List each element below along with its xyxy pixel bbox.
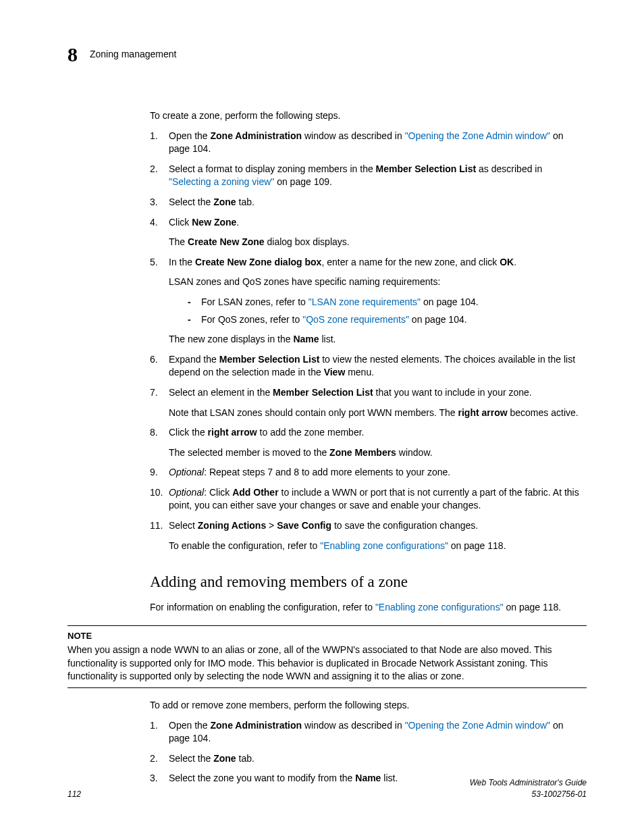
step-9: Optional: Repeat steps 7 and 8 to add mo… <box>150 466 587 479</box>
section-heading-adding-removing: Adding and removing members of a zone <box>150 571 587 593</box>
section2-intro: For information on enabling the configur… <box>150 601 587 615</box>
step-5: In the Create New Zone dialog box, enter… <box>150 256 587 346</box>
link-selecting-zoning-view[interactable]: "Selecting a zoning view" <box>169 176 274 187</box>
link-opening-zone-admin[interactable]: "Opening the Zone Admin window" <box>405 130 550 141</box>
step-5-sub1: LSAN zones and QoS zones have specific n… <box>169 276 587 289</box>
step-11: Select Zoning Actions > Save Config to s… <box>150 519 587 552</box>
step-8: Click the right arrow to add the zone me… <box>150 426 587 459</box>
step-11-sub: To enable the configuration, refer to "E… <box>169 540 587 553</box>
link-qos-requirements[interactable]: "QoS zone requirements" <box>302 314 409 325</box>
note-label: NOTE <box>68 630 587 642</box>
link-opening-zone-admin-2[interactable]: "Opening the Zone Admin window" <box>405 720 550 731</box>
section2-intro2: To add or remove zone members, perform t… <box>150 699 587 712</box>
chapter-number: 8 <box>68 41 78 69</box>
chapter-title: Zoning management <box>90 48 176 61</box>
step-10: Optional: Click Add Other to include a W… <box>150 486 587 513</box>
steps-list: Open the Zone Administration window as d… <box>150 130 587 553</box>
step-7-sub: Note that LSAN zones should contain only… <box>169 407 587 420</box>
link-enabling-zone-config-1[interactable]: "Enabling zone configurations" <box>320 540 448 551</box>
steps-list-2: Open the Zone Administration window as d… <box>150 719 587 785</box>
step-4-sub: The Create New Zone dialog box displays. <box>169 236 587 249</box>
step-7: Select an element in the Member Selectio… <box>150 386 587 419</box>
link-enabling-zone-config-2[interactable]: "Enabling zone configurations" <box>375 602 504 613</box>
step-5-dash-1: For LSAN zones, refer to "LSAN zone requ… <box>188 296 587 309</box>
step-3: Select the Zone tab. <box>150 196 587 209</box>
step-8-sub: The selected member is moved to the Zone… <box>169 446 587 460</box>
step-2: Select a format to display zoning member… <box>150 163 587 189</box>
step-1: Open the Zone Administration window as d… <box>150 130 587 156</box>
page-number: 112 <box>68 789 81 800</box>
step-6: Expand the Member Selection List to view… <box>150 353 587 380</box>
footer-right: Web Tools Administrator's Guide 53-10027… <box>470 777 587 800</box>
intro-text: To create a zone, perform the following … <box>150 109 587 123</box>
step-5-sublist: For LSAN zones, refer to "LSAN zone requ… <box>169 296 587 326</box>
link-lsan-requirements[interactable]: "LSAN zone requirements" <box>308 296 421 307</box>
step-4: Click New Zone. The Create New Zone dial… <box>150 216 587 249</box>
step-5-sub2: The new zone displays in the Name list. <box>169 333 587 346</box>
doc-id: 53-1002756-01 <box>532 789 587 799</box>
step-5-dash-2: For QoS zones, refer to "QoS zone requir… <box>188 313 587 327</box>
note-text: When you assign a node WWN to an alias o… <box>68 644 552 681</box>
step2-2: Select the Zone tab. <box>150 752 587 766</box>
step2-1: Open the Zone Administration window as d… <box>150 719 587 746</box>
doc-title: Web Tools Administrator's Guide <box>470 778 587 787</box>
page-header: 8 Zoning management <box>68 41 587 69</box>
note-block: NOTE When you assign a node WWN to an al… <box>68 625 587 688</box>
page-footer: 112 Web Tools Administrator's Guide 53-1… <box>68 777 587 800</box>
main-content: To create a zone, perform the following … <box>150 109 587 785</box>
